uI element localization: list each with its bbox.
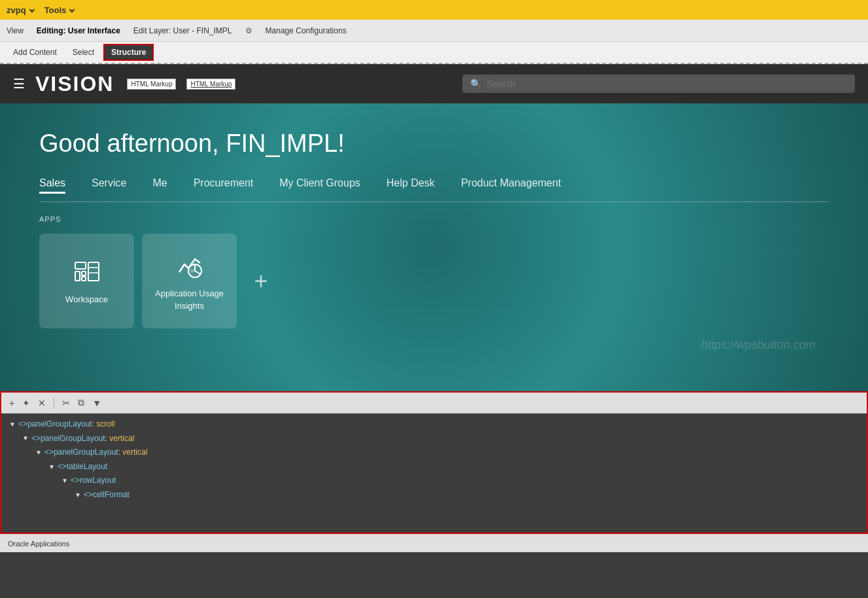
hero-nav: Sales Service Me Procurement My Client G… bbox=[39, 177, 829, 202]
usage-insights-icon bbox=[174, 250, 205, 281]
tree-arrow-1: ▼ bbox=[22, 432, 29, 444]
tools-chevron bbox=[69, 7, 75, 12]
apps-grid: Workspace Application Usage Insights + bbox=[39, 234, 277, 328]
delete-button[interactable]: ✕ bbox=[35, 396, 48, 410]
nav-service[interactable]: Service bbox=[92, 177, 126, 194]
tree-tag-2: <>panelGroupLayout bbox=[44, 446, 118, 460]
bottom-panel-toolbar: + ✦ ✕ ✂ ⧉ ▼ bbox=[1, 393, 867, 413]
app-tile-workspace[interactable]: Workspace bbox=[39, 234, 134, 328]
workspace-label: Workspace bbox=[65, 294, 108, 306]
footer: Oracle Applications bbox=[0, 534, 868, 552]
svg-rect-0 bbox=[75, 262, 86, 269]
nav-help-desk[interactable]: Help Desk bbox=[387, 177, 435, 194]
app-logo: VISION bbox=[35, 72, 114, 96]
delete-icon: ✕ bbox=[38, 398, 46, 408]
edit-toolbar: View Editing: User Interface Edit Layer:… bbox=[0, 20, 868, 42]
top-toolbar: zvpq Tools bbox=[0, 0, 868, 20]
tree-node-4[interactable]: ▼ <>rowLayout bbox=[61, 474, 859, 488]
more-dropdown-icon: ▼ bbox=[92, 398, 101, 408]
refresh-button[interactable]: ✦ bbox=[20, 396, 33, 410]
tree-node-1[interactable]: ▼ <>panelGroupLayout : vertical bbox=[22, 432, 859, 446]
add-app-plus-icon: + bbox=[254, 268, 268, 295]
tree-node-0[interactable]: ▼ <>panelGroupLayout : scroll bbox=[9, 417, 859, 432]
tree-attr-2: : vertical bbox=[118, 446, 148, 460]
nav-me[interactable]: Me bbox=[152, 177, 167, 194]
manage-config-item[interactable]: Manage Configurations bbox=[266, 26, 347, 35]
tree-tag-5: <>cellFormat bbox=[84, 488, 130, 502]
svg-line-9 bbox=[195, 271, 201, 274]
app-tile-usage-insights[interactable]: Application Usage Insights bbox=[142, 234, 237, 328]
copy-button[interactable]: ⧉ bbox=[75, 396, 87, 410]
structure-toolbar: Add Content Select Structure bbox=[0, 42, 868, 64]
tree-node-5[interactable]: ▼ <>cellFormat bbox=[75, 488, 859, 502]
add-node-icon: + bbox=[9, 398, 14, 408]
tree-tag-1: <>panelGroupLayout bbox=[31, 432, 105, 446]
search-bar[interactable]: 🔍 bbox=[462, 75, 855, 93]
nav-sales[interactable]: Sales bbox=[39, 177, 65, 194]
tree-tag-0: <>panelGroupLayout bbox=[18, 417, 92, 432]
select-button[interactable]: Select bbox=[66, 45, 101, 60]
add-node-button[interactable]: + bbox=[7, 396, 17, 410]
tools-menu[interactable]: Tools bbox=[44, 5, 75, 15]
add-app-button[interactable]: + bbox=[245, 265, 277, 298]
usage-insights-label: Application Usage Insights bbox=[142, 288, 237, 311]
bottom-panel: + ✦ ✕ ✂ ⧉ ▼ ▼ <>panelGroupLayout : scrol… bbox=[0, 391, 868, 534]
nav-product-management[interactable]: Product Management bbox=[461, 177, 561, 194]
tree-attr-1: : vertical bbox=[105, 432, 135, 446]
tree-arrow-4: ▼ bbox=[61, 475, 68, 487]
app-header: ☰ VISION HTML Markup HTML Markup 🔍 bbox=[0, 64, 868, 103]
cut-button[interactable]: ✂ bbox=[60, 396, 73, 410]
tree-node-2[interactable]: ▼ <>panelGroupLayout : vertical bbox=[35, 446, 859, 460]
hero-section: Good afternoon, FIN_IMPL! Sales Service … bbox=[0, 103, 868, 391]
more-dropdown-button[interactable]: ▼ bbox=[90, 396, 104, 410]
zvpq-chevron bbox=[29, 7, 34, 12]
svg-rect-3 bbox=[82, 277, 86, 281]
html-markup-badge-2[interactable]: HTML Markup bbox=[186, 79, 235, 90]
tree-arrow-0: ▼ bbox=[9, 419, 16, 431]
hero-greeting: Good afternoon, FIN_IMPL! bbox=[39, 130, 345, 158]
tools-label: Tools bbox=[44, 5, 67, 15]
toolbar-separator bbox=[54, 397, 54, 409]
tree-tag-3: <>tableLayout bbox=[58, 460, 107, 474]
tree-arrow-2: ▼ bbox=[35, 447, 42, 459]
copy-icon: ⧉ bbox=[78, 397, 84, 408]
html-markup-badge-1[interactable]: HTML Markup bbox=[127, 79, 176, 90]
editing-item[interactable]: Editing: User Interface bbox=[37, 26, 120, 35]
manage-config-icon: ⚙ bbox=[245, 26, 252, 35]
hamburger-menu-icon[interactable]: ☰ bbox=[13, 76, 25, 92]
nav-procurement[interactable]: Procurement bbox=[194, 177, 254, 194]
cut-icon: ✂ bbox=[62, 398, 70, 408]
add-content-button[interactable]: Add Content bbox=[7, 45, 63, 60]
svg-rect-2 bbox=[82, 272, 86, 275]
zvpq-menu[interactable]: zvpq bbox=[7, 5, 34, 15]
footer-label: Oracle Applications bbox=[8, 540, 69, 548]
search-input[interactable] bbox=[487, 79, 847, 89]
tree-content: ▼ <>panelGroupLayout : scroll ▼ <>panelG… bbox=[1, 413, 867, 533]
refresh-icon: ✦ bbox=[22, 398, 30, 408]
svg-rect-1 bbox=[75, 272, 80, 281]
svg-rect-4 bbox=[88, 262, 99, 281]
edit-layer-item[interactable]: Edit Layer: User - FIN_IMPL bbox=[133, 26, 232, 35]
apps-label: APPS bbox=[39, 215, 61, 223]
nav-my-client-groups[interactable]: My Client Groups bbox=[279, 177, 360, 194]
view-item[interactable]: View bbox=[7, 26, 24, 35]
tree-arrow-3: ▼ bbox=[48, 461, 55, 473]
structure-button[interactable]: Structure bbox=[103, 44, 154, 61]
zvpq-label: zvpq bbox=[7, 5, 26, 15]
workspace-icon bbox=[71, 256, 103, 287]
tree-arrow-5: ▼ bbox=[75, 489, 81, 501]
tree-tag-4: <>rowLayout bbox=[71, 474, 116, 488]
search-icon: 🔍 bbox=[470, 79, 481, 89]
tree-attr-0: : scroll bbox=[92, 417, 115, 432]
tree-node-3[interactable]: ▼ <>tableLayout bbox=[48, 460, 859, 474]
